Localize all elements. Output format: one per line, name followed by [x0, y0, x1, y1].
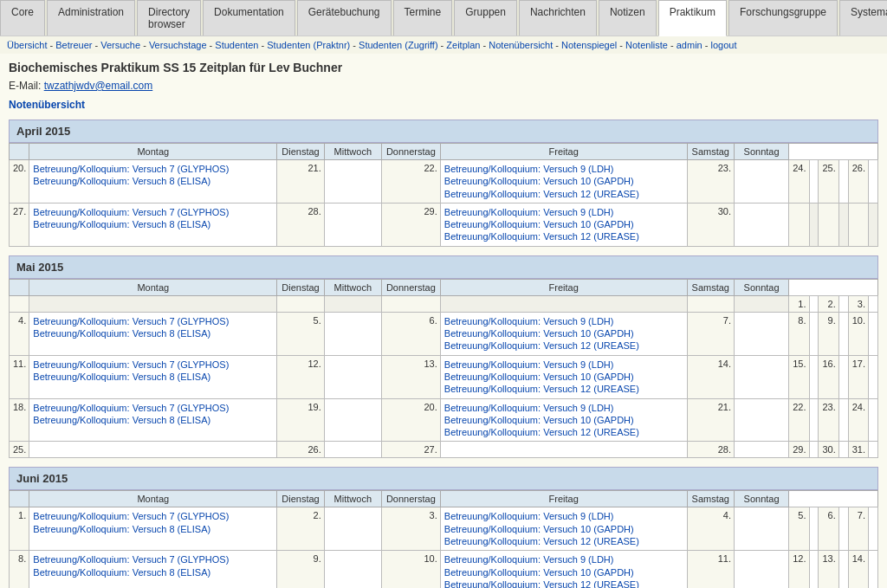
event-link[interactable]: Betreuung/Kolloquium: Versuch 10 (GAPDH): [444, 371, 683, 383]
breadcrumb-item-9[interactable]: Notenspiegel: [561, 40, 617, 50]
day-cell: Betreuung/Kolloquium: Versuch 9 (LDH)Bet…: [440, 312, 687, 355]
tab-systemadministration[interactable]: Systemadministration: [839, 0, 887, 36]
event-link[interactable]: Betreuung/Kolloquium: Versuch 7 (GLYPHOS…: [33, 359, 273, 371]
col-header-freitag: Freitag: [440, 144, 687, 160]
event-link[interactable]: Betreuung/Kolloquium: Versuch 10 (GAPDH): [444, 414, 683, 426]
day-number: 5.: [789, 507, 809, 551]
event-link[interactable]: Betreuung/Kolloquium: Versuch 8 (ELISA): [33, 414, 273, 426]
table-row: 18.Betreuung/Kolloquium: Versuch 7 (GLYP…: [10, 398, 878, 442]
breadcrumb-item-3[interactable]: Versuchstage: [149, 40, 207, 50]
event-link[interactable]: Betreuung/Kolloquium: Versuch 7 (GLYPHOS…: [33, 402, 273, 414]
event-link[interactable]: Betreuung/Kolloquium: Versuch 9 (LDH): [444, 402, 683, 414]
tab-dokumentation[interactable]: Dokumentation: [203, 0, 295, 36]
month-section-0: April 2015MontagDienstagMittwochDonnerst…: [9, 120, 878, 247]
day-cell: [324, 551, 381, 588]
event-link[interactable]: Betreuung/Kolloquium: Versuch 7 (GLYPHOS…: [33, 315, 273, 327]
event-link[interactable]: Betreuung/Kolloquium: Versuch 9 (LDH): [444, 206, 683, 218]
event-link[interactable]: Betreuung/Kolloquium: Versuch 12 (UREASE…: [444, 383, 683, 395]
table-row: 8.Betreuung/Kolloquium: Versuch 7 (GLYPH…: [10, 551, 878, 588]
event-link[interactable]: Betreuung/Kolloquium: Versuch 7 (GLYPHOS…: [33, 206, 273, 218]
day-number: 16.: [819, 355, 838, 398]
breadcrumb-item-0[interactable]: Übersicht: [7, 40, 47, 50]
breadcrumb-item-4[interactable]: Studenten: [215, 40, 258, 50]
day-cell: [838, 203, 848, 246]
event-link[interactable]: Betreuung/Kolloquium: Versuch 8 (ELISA): [33, 218, 273, 230]
tab-gerätebuchung[interactable]: Gerätebuchung: [297, 0, 392, 36]
day-cell: [324, 160, 381, 204]
day-cell: Betreuung/Kolloquium: Versuch 7 (GLYPHOS…: [29, 160, 277, 204]
day-cell: [809, 442, 819, 458]
event-link[interactable]: Betreuung/Kolloquium: Versuch 9 (LDH): [444, 359, 683, 371]
col-header-mittwoch: Mittwoch: [324, 144, 381, 160]
breadcrumb-item-6[interactable]: Studenten (Zugriff): [359, 40, 438, 50]
tab-nachrichten[interactable]: Nachrichten: [519, 0, 597, 36]
day-number: 20.: [10, 160, 29, 204]
event-link[interactable]: Betreuung/Kolloquium: Versuch 8 (ELISA): [33, 523, 273, 535]
breadcrumb-item-8[interactable]: Notenübersicht: [489, 40, 553, 50]
event-link[interactable]: Betreuung/Kolloquium: Versuch 7 (GLYPHOS…: [33, 163, 273, 175]
event-link[interactable]: Betreuung/Kolloquium: Versuch 12 (UREASE…: [444, 339, 683, 352]
tab-termine[interactable]: Termine: [393, 0, 453, 36]
event-link[interactable]: Betreuung/Kolloquium: Versuch 7 (GLYPHOS…: [33, 510, 273, 522]
event-link[interactable]: Betreuung/Kolloquium: Versuch 9 (LDH): [444, 163, 683, 175]
day-number: 12.: [277, 355, 324, 398]
day-number: 6.: [819, 507, 838, 551]
table-row: 27.Betreuung/Kolloquium: Versuch 7 (GLYP…: [10, 203, 878, 246]
month-header-0: April 2015: [9, 120, 878, 143]
day-cell: [869, 312, 878, 355]
day-cell: [324, 203, 381, 246]
event-link[interactable]: Betreuung/Kolloquium: Versuch 10 (GAPDH): [444, 523, 683, 535]
notenuebersicht-link[interactable]: Notenübersicht: [9, 99, 878, 111]
day-number: 23.: [819, 398, 838, 442]
day-number: 10.: [381, 551, 440, 588]
tab-praktikum[interactable]: Praktikum: [658, 0, 727, 36]
email-link[interactable]: twzathjwdv@email.com: [44, 80, 153, 92]
day-cell: [734, 507, 788, 551]
event-link[interactable]: Betreuung/Kolloquium: Versuch 12 (UREASE…: [444, 535, 683, 547]
event-link[interactable]: Betreuung/Kolloquium: Versuch 8 (ELISA): [33, 566, 273, 578]
day-number: [848, 203, 868, 246]
breadcrumb-item-5[interactable]: Studenten (Praktnr): [267, 40, 350, 50]
event-link[interactable]: Betreuung/Kolloquium: Versuch 8 (ELISA): [33, 327, 273, 339]
tab-directory-browser[interactable]: Directory browser: [137, 0, 201, 36]
event-link[interactable]: Betreuung/Kolloquium: Versuch 12 (UREASE…: [444, 426, 683, 438]
tab-notizen[interactable]: Notizen: [599, 0, 657, 36]
event-link[interactable]: Betreuung/Kolloquium: Versuch 12 (UREASE…: [444, 230, 683, 242]
day-number: [10, 295, 29, 312]
tab-forschungsgruppe[interactable]: Forschungsgruppe: [728, 0, 838, 36]
breadcrumb-item-2[interactable]: Versuche: [100, 40, 140, 50]
breadcrumb-item-1[interactable]: Betreuer: [55, 40, 92, 50]
tab-core[interactable]: Core: [0, 0, 45, 36]
day-cell: [809, 355, 819, 398]
day-number: 5.: [277, 312, 324, 355]
event-link[interactable]: Betreuung/Kolloquium: Versuch 9 (LDH): [444, 553, 683, 565]
breadcrumb-item-11[interactable]: admin: [677, 40, 702, 50]
breadcrumb-separator: -: [617, 40, 625, 50]
event-link[interactable]: Betreuung/Kolloquium: Versuch 8 (ELISA): [33, 175, 273, 187]
col-header-empty: [10, 144, 29, 160]
event-link[interactable]: Betreuung/Kolloquium: Versuch 10 (GAPDH): [444, 566, 683, 578]
event-link[interactable]: Betreuung/Kolloquium: Versuch 10 (GAPDH): [444, 175, 683, 187]
event-link[interactable]: Betreuung/Kolloquium: Versuch 12 (UREASE…: [444, 578, 683, 588]
event-link[interactable]: Betreuung/Kolloquium: Versuch 9 (LDH): [444, 315, 683, 327]
tab-administration[interactable]: Administration: [47, 0, 135, 36]
day-number: 14.: [687, 355, 734, 398]
event-link[interactable]: Betreuung/Kolloquium: Versuch 9 (LDH): [444, 510, 683, 522]
event-link[interactable]: Betreuung/Kolloquium: Versuch 8 (ELISA): [33, 371, 273, 383]
breadcrumb-item-12[interactable]: logout: [711, 40, 737, 50]
col-header-donnerstag: Donnerstag: [381, 279, 440, 295]
event-link[interactable]: Betreuung/Kolloquium: Versuch 10 (GAPDH): [444, 327, 683, 339]
breadcrumb-item-10[interactable]: Notenliste: [625, 40, 668, 50]
day-number: 8.: [10, 551, 29, 588]
calendar-table-2: MontagDienstagMittwochDonnerstagFreitagS…: [9, 490, 878, 588]
day-number: 2.: [277, 507, 324, 551]
event-link[interactable]: Betreuung/Kolloquium: Versuch 10 (GAPDH): [444, 218, 683, 230]
event-link[interactable]: Betreuung/Kolloquium: Versuch 7 (GLYPHOS…: [33, 553, 273, 565]
day-cell: [869, 507, 878, 551]
top-navigation: CoreAdministrationDirectory browserDokum…: [0, 0, 887, 36]
day-number: 9.: [819, 312, 838, 355]
day-cell: [869, 355, 878, 398]
breadcrumb-item-7[interactable]: Zeitplan: [446, 40, 480, 50]
tab-gruppen[interactable]: Gruppen: [454, 0, 517, 36]
event-link[interactable]: Betreuung/Kolloquium: Versuch 12 (UREASE…: [444, 188, 683, 200]
